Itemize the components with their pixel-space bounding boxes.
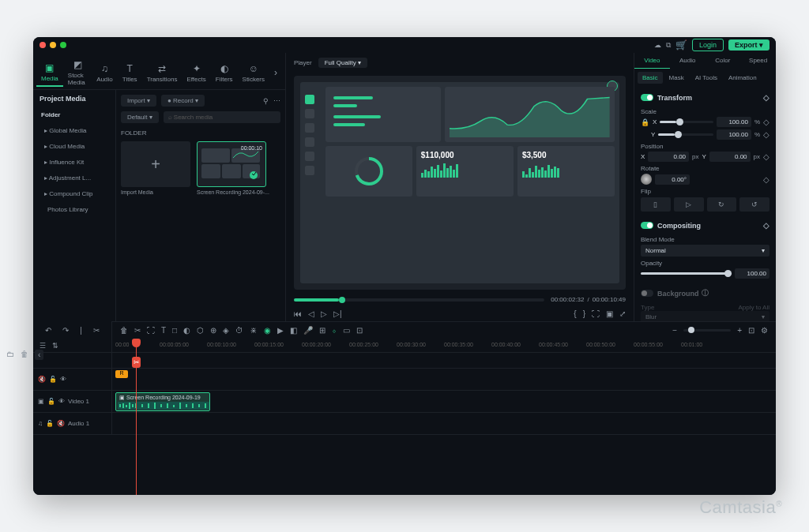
default-dropdown[interactable]: Default ▾ xyxy=(121,111,159,123)
seek-slider[interactable] xyxy=(294,298,544,302)
track-header-video1[interactable]: ▣🔓👁Video 1 xyxy=(33,391,111,413)
apply-all-button[interactable]: Apply to All xyxy=(738,304,769,311)
tool-split-icon[interactable]: ✂ xyxy=(134,326,141,335)
more-icon[interactable]: ⋯ xyxy=(273,97,280,105)
collapse-icon[interactable]: ‹ xyxy=(35,350,43,360)
mute-icon[interactable]: 🔇 xyxy=(38,376,46,383)
sidebar-item-compound[interactable]: ▸ Compound Clip xyxy=(33,186,115,202)
tool-settings-icon[interactable]: ⚙ xyxy=(761,326,768,335)
sort-icon[interactable]: ⇅ xyxy=(52,342,58,350)
info-icon[interactable]: ⓘ xyxy=(702,288,709,298)
marker-clip[interactable]: R xyxy=(115,370,128,378)
transform-toggle[interactable] xyxy=(641,94,653,101)
fullscreen-icon[interactable]: ⤢ xyxy=(619,309,626,318)
compositing-toggle[interactable] xyxy=(641,222,653,229)
track-marker[interactable]: R xyxy=(112,369,776,391)
insp-sub-animation[interactable]: Animation xyxy=(724,72,762,84)
tool-icon[interactable]: ↶ xyxy=(45,326,51,335)
tool-icon[interactable]: ◈ xyxy=(223,326,229,335)
lock-icon[interactable]: 🔒 xyxy=(641,118,649,126)
track-audio1[interactable] xyxy=(112,413,776,435)
kf-icon[interactable]: ◇ xyxy=(763,130,769,139)
tool-text-icon[interactable]: T xyxy=(161,326,166,335)
scale-x-value[interactable]: 100.00 xyxy=(717,117,751,127)
tool-delete-icon[interactable]: 🗑 xyxy=(120,326,128,335)
thumb-import[interactable]: + Import Media xyxy=(121,141,190,195)
section-transform[interactable]: Transform◇ xyxy=(641,90,769,105)
preview-canvas[interactable]: $110,000 $3,500 xyxy=(294,76,626,290)
rotate-cw-button[interactable]: ↻ xyxy=(707,197,737,212)
rotate-ccw-button[interactable]: ↺ xyxy=(739,197,769,212)
scale-y-value[interactable]: 100.00 xyxy=(717,129,751,140)
tab-filters[interactable]: ◐Filters xyxy=(211,60,238,86)
step-back-icon[interactable]: ◁ xyxy=(308,309,314,318)
search-input[interactable]: ⌕ Search media xyxy=(164,111,280,123)
track-video1[interactable]: ▣ Screen Recording 2024-09-19 at ... xyxy=(112,391,776,413)
eye-icon[interactable]: 👁 xyxy=(58,398,65,405)
sidebar-item-adjustment[interactable]: ▸ Adjustment L... xyxy=(33,170,115,186)
login-button[interactable]: Login xyxy=(692,39,724,51)
rotate-value[interactable]: 0.00° xyxy=(655,174,690,185)
keyframe-diamond-icon[interactable]: ◇ xyxy=(763,93,769,102)
insp-sub-mask[interactable]: Mask xyxy=(664,72,689,84)
tab-stock-media[interactable]: ◩Stock Media xyxy=(63,56,92,89)
play-icon[interactable]: ▷ xyxy=(321,309,327,318)
flip-h-button[interactable]: ▯ xyxy=(641,197,671,212)
bell-icon[interactable]: ⧉ xyxy=(666,41,671,50)
playhead-scissors-icon[interactable]: ✂ xyxy=(132,357,141,368)
timeline-ruler[interactable]: 00:00 00:00:05:00 00:00:10:00 00:00:15:0… xyxy=(112,339,776,353)
tool-icon[interactable]: ▶ xyxy=(277,326,284,335)
insp-sub-basic[interactable]: Basic xyxy=(638,72,663,84)
step-fwd-icon[interactable]: ▷| xyxy=(333,309,342,318)
lock-icon[interactable]: 🔓 xyxy=(46,420,54,427)
tool-icon[interactable]: ⛯ xyxy=(250,326,258,335)
rotate-dial[interactable] xyxy=(641,174,652,185)
snapshot-icon[interactable]: ▣ xyxy=(606,309,613,318)
blend-select[interactable]: Normal▾ xyxy=(641,245,769,257)
tab-effects[interactable]: ✦Effects xyxy=(182,60,210,86)
tool-green-icon[interactable]: ◉ xyxy=(264,326,271,335)
crop-icon[interactable]: ⛶ xyxy=(592,309,600,318)
sidebar-item-cloud[interactable]: ▸ Cloud Media xyxy=(33,139,115,155)
tab-media[interactable]: ▣Media xyxy=(36,59,63,87)
sidebar-item-influence[interactable]: ▸ Influence Kit xyxy=(33,155,115,170)
bracket-left-icon[interactable]: { xyxy=(574,309,576,318)
tool-icon[interactable]: ⬡ xyxy=(197,326,204,335)
pos-y-value[interactable]: 0.00 xyxy=(709,152,751,162)
tool-speed-icon[interactable]: ⏱ xyxy=(235,326,243,335)
sidebar-item-global[interactable]: ▸ Global Media xyxy=(33,123,115,139)
opacity-slider[interactable] xyxy=(641,272,732,275)
kf-icon[interactable]: ◇ xyxy=(763,221,769,230)
tab-titles[interactable]: TTitles xyxy=(118,60,142,86)
cart-icon[interactable]: 🛒 xyxy=(675,39,687,51)
tab-transitions[interactable]: ⇄Transitions xyxy=(142,60,182,86)
sidebar-item-photos[interactable]: Photos Library xyxy=(33,202,115,218)
section-background[interactable]: Background ⓘ xyxy=(641,285,769,302)
import-button[interactable]: Import ▾ xyxy=(121,95,156,107)
prev-icon[interactable]: ⏮ xyxy=(294,309,302,318)
insp-tab-audio[interactable]: Audio xyxy=(670,53,706,69)
tool-icon[interactable]: ◧ xyxy=(290,326,297,335)
sidebar-folder[interactable]: Folder xyxy=(33,107,115,123)
thumb-recording[interactable]: 00:00:10 Screen Recording 2024-09-... xyxy=(197,141,269,195)
background-toggle[interactable] xyxy=(641,290,653,297)
mute-icon[interactable]: 🔇 xyxy=(57,420,65,427)
kf-icon[interactable]: ◇ xyxy=(763,152,769,161)
lock-icon[interactable]: 🔓 xyxy=(47,398,55,405)
eye-icon[interactable]: 👁 xyxy=(60,376,66,383)
playhead[interactable]: ✂ xyxy=(136,339,137,495)
scale-y-slider[interactable] xyxy=(658,133,713,136)
tab-more[interactable]: › xyxy=(269,64,282,81)
maximize-dot[interactable] xyxy=(60,42,66,48)
tool-crop-icon[interactable]: ⛶ xyxy=(147,326,155,335)
tool-icon[interactable]: | xyxy=(80,326,82,335)
audio-icon[interactable]: ♫ xyxy=(38,420,43,427)
opacity-value[interactable]: 100.00 xyxy=(735,268,769,279)
tool-icon[interactable]: ⊞ xyxy=(319,326,325,335)
tab-audio[interactable]: ♫Audio xyxy=(92,60,117,86)
tool-icon[interactable]: ⊡ xyxy=(356,326,363,335)
cam-icon[interactable]: ▣ xyxy=(38,398,44,405)
section-compositing[interactable]: Compositing◇ xyxy=(641,218,769,233)
bracket-right-icon[interactable]: } xyxy=(583,309,585,318)
tool-fit-icon[interactable]: ⊡ xyxy=(748,326,754,335)
